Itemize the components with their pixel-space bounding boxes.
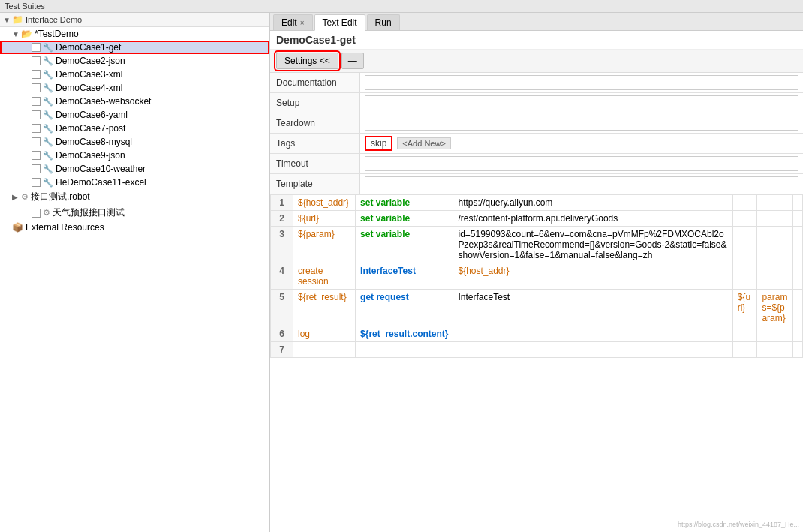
meta-input-template[interactable] <box>365 176 798 191</box>
step-keyword-2[interactable]: set variable <box>356 211 453 227</box>
sidebar-item-case6[interactable]: 🔧DemoCase6-yaml <box>0 108 269 122</box>
step-arg-1-3[interactable] <box>792 195 802 211</box>
steps-area[interactable]: 1${host_addr}set variablehttps://query.a… <box>270 194 803 532</box>
step-arg-5-2[interactable]: params=${param} <box>757 290 793 326</box>
step-keyword-3[interactable]: set variable <box>356 227 453 263</box>
checkbox-case7[interactable] <box>32 124 41 133</box>
sidebar-item-testdemo[interactable]: ▼📂*TestDemo <box>0 27 269 41</box>
step-arg-6-0[interactable] <box>453 326 732 342</box>
step-keyword-6[interactable]: ${ret_result.content} <box>356 326 453 342</box>
meta-input-teardown[interactable] <box>365 116 798 131</box>
file-icon-case8: 🔧 <box>43 137 53 147</box>
step-arg-5-3[interactable] <box>792 290 802 326</box>
step-keyword-4[interactable]: InterfaceTest <box>356 263 453 290</box>
step-arg-4-1[interactable] <box>732 263 757 290</box>
meta-label-documentation: Documentation <box>270 73 360 92</box>
step-arg-4-3[interactable] <box>792 263 802 290</box>
step-arg-4-2[interactable] <box>757 263 793 290</box>
step-arg-3-0[interactable]: id=5199093&count=6&env=com&cna=pVmMFp%2F… <box>453 227 732 263</box>
step-arg-1-1[interactable] <box>732 195 757 211</box>
step-keyword-1[interactable]: set variable <box>356 195 453 211</box>
step-arg-5-1[interactable]: ${url} <box>732 290 757 326</box>
sidebar-root-label: Interface Demo <box>26 15 82 24</box>
checkbox-case1[interactable] <box>32 43 41 52</box>
step-arg-3-3[interactable] <box>792 227 802 263</box>
step-arg-7-1[interactable] <box>732 342 757 358</box>
sidebar-item-case8[interactable]: 🔧DemoCase8-mysql <box>0 135 269 149</box>
add-new-tag-button[interactable]: <Add New> <box>397 137 450 149</box>
checkbox-case3[interactable] <box>32 70 41 79</box>
checkbox-case11[interactable] <box>32 178 41 187</box>
step-arg-7-0[interactable] <box>453 342 732 358</box>
sidebar-root[interactable]: ▼ 📁 Interface Demo <box>0 13 269 27</box>
tab-label-run: Run <box>375 17 392 28</box>
sidebar-item-case9[interactable]: 🔧DemoCase9-json <box>0 149 269 162</box>
tab-close-edit[interactable]: × <box>300 19 305 27</box>
step-arg-6-3[interactable] <box>792 326 802 342</box>
sidebar-label-weather: 天气预报接口测试 <box>53 206 125 219</box>
meta-input-documentation[interactable] <box>365 75 798 90</box>
meta-value-template <box>360 174 803 194</box>
step-var-3[interactable]: ${param} <box>293 227 356 263</box>
sidebar-item-case11[interactable]: 🔧HeDemoCase11-excel <box>0 176 269 189</box>
sidebar-item-case5[interactable]: 🔧DemoCase5-websocket <box>0 95 269 108</box>
sidebar-item-weather[interactable]: ⚙天气预报接口测试 <box>0 205 269 221</box>
step-arg-6-1[interactable] <box>732 326 757 342</box>
meta-row-tags: Tagsskip<Add New> <box>270 134 803 154</box>
checkbox-case2[interactable] <box>32 56 41 65</box>
tab-edit[interactable]: Edit× <box>273 14 313 30</box>
step-arg-1-0[interactable]: https://query.aliyun.com <box>453 195 732 211</box>
meta-input-timeout[interactable] <box>365 156 798 171</box>
checkbox-case9[interactable] <box>32 151 41 160</box>
step-arg-4-0[interactable]: ${host_addr} <box>453 263 732 290</box>
step-arg-3-1[interactable] <box>732 227 757 263</box>
sidebar-label-case6: DemoCase6-yaml <box>56 110 128 120</box>
step-arg-6-2[interactable] <box>757 326 793 342</box>
step-arg-3-2[interactable] <box>757 227 793 263</box>
checkbox-case6[interactable] <box>32 110 41 119</box>
sidebar-item-case1[interactable]: 🔧DemoCase1-get <box>0 41 269 54</box>
step-arg-2-0[interactable]: /rest/content-platform.api.deliveryGoods <box>453 211 732 227</box>
table-row-4: 4create sessionInterfaceTest${host_addr} <box>271 263 803 290</box>
step-arg-2-1[interactable] <box>732 211 757 227</box>
file-icon-case4: 🔧 <box>43 83 53 93</box>
sidebar-item-case3[interactable]: 🔧DemoCase3-xml <box>0 68 269 81</box>
step-arg-2-3[interactable] <box>792 211 802 227</box>
step-arg-2-2[interactable] <box>757 211 793 227</box>
step-var-7[interactable] <box>293 342 356 358</box>
checkbox-case4[interactable] <box>32 83 41 92</box>
checkbox-case5[interactable] <box>32 97 41 106</box>
meta-input-setup[interactable] <box>365 95 798 110</box>
step-var-1[interactable]: ${host_addr} <box>293 195 356 211</box>
sidebar-item-case2[interactable]: 🔧DemoCase2-json <box>0 54 269 68</box>
settings-button[interactable]: Settings << <box>276 53 338 69</box>
sidebar: ▼ 📁 Interface Demo ▼📂*TestDemo🔧DemoCase1… <box>0 13 270 532</box>
step-arg-5-0[interactable]: InterfaceTest <box>453 290 732 326</box>
sidebar-item-case10[interactable]: 🔧DemoCase10-weather <box>0 162 269 176</box>
step-var-4[interactable]: create session <box>293 263 356 290</box>
main-layout: ▼ 📁 Interface Demo ▼📂*TestDemo🔧DemoCase1… <box>0 13 803 532</box>
step-keyword-5[interactable]: get request <box>356 290 453 326</box>
tab-textedit[interactable]: Text Edit <box>314 14 365 31</box>
step-keyword-7[interactable] <box>356 342 453 358</box>
steps-table: 1${host_addr}set variablehttps://query.a… <box>270 194 803 358</box>
tag-skip[interactable]: skip <box>365 136 392 151</box>
step-var-5[interactable]: ${ret_result} <box>293 290 356 326</box>
checkbox-weather[interactable] <box>32 209 41 218</box>
tab-run[interactable]: Run <box>367 14 400 30</box>
step-arg-7-2[interactable] <box>757 342 793 358</box>
meta-row-teardown: Teardown <box>270 113 803 134</box>
step-arg-7-3[interactable] <box>792 342 802 358</box>
sidebar-item-case7[interactable]: 🔧DemoCase7-post <box>0 122 269 135</box>
file-icon-case10: 🔧 <box>43 164 53 174</box>
dash-button[interactable]: — <box>341 53 364 69</box>
sidebar-item-robot[interactable]: ▶⚙接口测试.robot <box>0 189 269 205</box>
checkbox-case10[interactable] <box>32 164 41 173</box>
sidebar-item-case4[interactable]: 🔧DemoCase4-xml <box>0 81 269 95</box>
step-var-2[interactable]: ${url} <box>293 211 356 227</box>
checkbox-case8[interactable] <box>32 137 41 146</box>
step-var-6[interactable]: log <box>293 326 356 342</box>
root-folder-icon: 📁 <box>12 14 23 25</box>
sidebar-item-external[interactable]: 📦External Resources <box>0 221 269 234</box>
step-arg-1-2[interactable] <box>757 195 793 211</box>
